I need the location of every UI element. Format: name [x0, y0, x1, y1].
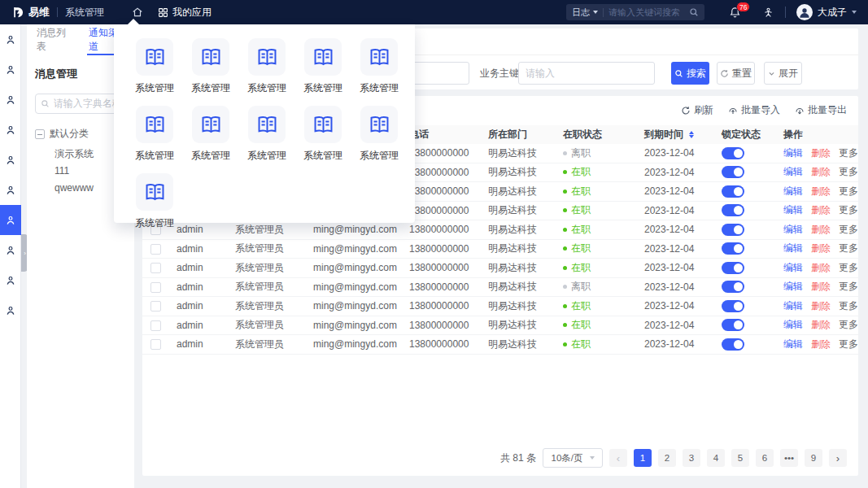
- row-checkbox[interactable]: [150, 244, 161, 255]
- lock-toggle[interactable]: [722, 147, 744, 159]
- app-tile[interactable]: 系统管理: [242, 106, 291, 163]
- edit-link[interactable]: 编辑: [783, 242, 803, 255]
- rail-item-user[interactable]: [0, 145, 21, 175]
- header-expire-time[interactable]: 到期时间: [639, 128, 717, 142]
- search-button[interactable]: 搜索: [671, 62, 709, 85]
- lock-toggle[interactable]: [722, 300, 744, 312]
- batch-import-button[interactable]: 批量导入: [728, 103, 780, 117]
- lock-toggle[interactable]: [722, 166, 744, 178]
- app-tile[interactable]: 系统管理: [130, 38, 179, 95]
- dict-search-input[interactable]: 请输入字典名称: [35, 94, 126, 114]
- row-checkbox[interactable]: [150, 301, 161, 312]
- row-checkbox[interactable]: [150, 339, 161, 350]
- more-link[interactable]: 更多: [839, 280, 858, 294]
- edit-link[interactable]: 编辑: [783, 146, 803, 160]
- page-button[interactable]: 5: [731, 449, 749, 467]
- delete-link[interactable]: 删除: [811, 185, 831, 198]
- edit-link[interactable]: 编辑: [783, 185, 803, 198]
- expand-button[interactable]: 展开: [764, 62, 802, 85]
- app-tile[interactable]: 系统管理: [186, 106, 235, 163]
- rail-item-user[interactable]: [0, 54, 21, 85]
- row-checkbox[interactable]: [150, 263, 161, 273]
- lock-toggle[interactable]: [722, 319, 744, 331]
- prev-page-button[interactable]: ‹: [609, 449, 627, 467]
- edit-link[interactable]: 编辑: [783, 280, 803, 294]
- page-size-select[interactable]: 10条/页: [543, 448, 603, 468]
- lock-toggle[interactable]: [722, 338, 744, 351]
- app-tile[interactable]: 系统管理: [130, 106, 179, 163]
- more-link[interactable]: 更多: [839, 261, 858, 275]
- edit-link[interactable]: 编辑: [783, 338, 803, 351]
- panel-tab[interactable]: 消息列表: [35, 24, 74, 55]
- row-checkbox[interactable]: [150, 320, 161, 331]
- sort-icon[interactable]: [689, 131, 694, 138]
- page-button[interactable]: •••: [780, 449, 798, 467]
- notifications-button[interactable]: 76: [729, 7, 741, 19]
- delete-link[interactable]: 删除: [811, 299, 831, 313]
- rail-item-user[interactable]: [0, 85, 21, 115]
- rail-item-user[interactable]: [0, 205, 21, 235]
- business-key-input[interactable]: 请输入: [518, 62, 655, 85]
- more-link[interactable]: 更多: [839, 299, 858, 313]
- app-tile[interactable]: 系统管理: [242, 38, 291, 95]
- more-link[interactable]: 更多: [839, 165, 858, 179]
- more-link[interactable]: 更多: [839, 223, 858, 237]
- page-button[interactable]: 1: [634, 449, 652, 467]
- app-tile[interactable]: 系统管理: [186, 38, 235, 95]
- delete-link[interactable]: 删除: [811, 165, 831, 179]
- page-button[interactable]: 4: [707, 449, 725, 467]
- edit-link[interactable]: 编辑: [783, 261, 803, 275]
- next-page-button[interactable]: ›: [829, 449, 847, 467]
- lock-toggle[interactable]: [722, 204, 744, 216]
- rail-item-user[interactable]: [0, 235, 21, 265]
- edit-link[interactable]: 编辑: [783, 223, 803, 237]
- edit-link[interactable]: 编辑: [783, 318, 803, 332]
- rail-item-user[interactable]: [0, 265, 21, 295]
- more-link[interactable]: 更多: [839, 338, 858, 351]
- collapse-icon[interactable]: [35, 129, 45, 139]
- reset-button[interactable]: 重置: [717, 62, 755, 85]
- more-link[interactable]: 更多: [839, 146, 858, 160]
- more-link[interactable]: 更多: [839, 242, 858, 255]
- delete-link[interactable]: 删除: [811, 318, 831, 332]
- search-scope-select[interactable]: 日志: [572, 7, 598, 19]
- edit-link[interactable]: 编辑: [783, 203, 803, 217]
- user-menu[interactable]: 大成子: [796, 4, 857, 20]
- delete-link[interactable]: 删除: [811, 261, 831, 275]
- lock-toggle[interactable]: [722, 262, 744, 274]
- rail-item-user[interactable]: [0, 24, 21, 54]
- page-button[interactable]: 9: [805, 449, 822, 467]
- page-button[interactable]: 6: [756, 449, 774, 467]
- rail-item-user[interactable]: [0, 175, 21, 205]
- my-apps-menu[interactable]: 我的应用: [158, 6, 212, 20]
- edit-link[interactable]: 编辑: [783, 299, 803, 313]
- row-checkbox[interactable]: [150, 282, 161, 293]
- rail-item-user[interactable]: [0, 115, 21, 145]
- app-tile[interactable]: 系统管理: [299, 106, 347, 163]
- app-tile[interactable]: 系统管理: [130, 173, 179, 230]
- lock-toggle[interactable]: [722, 242, 744, 255]
- more-link[interactable]: 更多: [839, 203, 858, 217]
- lock-toggle[interactable]: [722, 281, 744, 293]
- more-link[interactable]: 更多: [839, 185, 858, 198]
- batch-export-button[interactable]: 批量导出: [795, 103, 847, 117]
- global-search[interactable]: 日志 请输入关键词搜索: [566, 4, 704, 20]
- page-button[interactable]: 2: [658, 449, 676, 467]
- page-button[interactable]: 3: [683, 449, 700, 467]
- delete-link[interactable]: 删除: [811, 338, 831, 351]
- tree-root-node[interactable]: 默认分类: [35, 127, 126, 141]
- home-button[interactable]: [132, 7, 143, 18]
- refresh-button[interactable]: 刷新: [681, 103, 713, 117]
- app-tile[interactable]: 系统管理: [355, 106, 403, 163]
- rail-item-user[interactable]: [0, 295, 21, 325]
- delete-link[interactable]: 删除: [811, 223, 831, 237]
- app-tile[interactable]: 系统管理: [355, 38, 403, 95]
- delete-link[interactable]: 删除: [811, 203, 831, 217]
- delete-link[interactable]: 删除: [811, 146, 831, 160]
- delete-link[interactable]: 删除: [811, 242, 831, 255]
- agent-button[interactable]: [762, 7, 774, 19]
- lock-toggle[interactable]: [722, 185, 744, 198]
- app-tile[interactable]: 系统管理: [299, 38, 347, 95]
- edit-link[interactable]: 编辑: [783, 165, 803, 179]
- more-link[interactable]: 更多: [839, 318, 858, 332]
